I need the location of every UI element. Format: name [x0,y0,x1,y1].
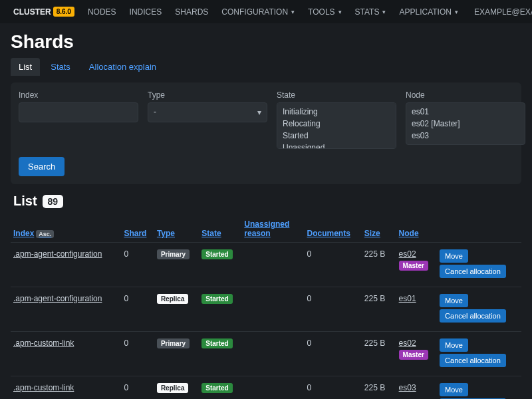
state-started-pill: Started [201,249,232,259]
state-started-pill: Started [201,383,232,393]
state-option[interactable]: Unassigned [277,142,396,149]
col-documents[interactable]: Documents [304,215,361,243]
tabs: List Stats Allocation explain [11,58,521,76]
list-count-badge: 89 [43,195,64,208]
nav-cluster-label: CLUSTER [13,7,51,17]
node-link[interactable]: es02 [399,249,416,259]
shard-cell: 0 [121,243,154,287]
unassigned-cell [241,287,304,332]
cancel-allocation-button[interactable]: Cancel allocation [440,354,506,367]
nav-tools[interactable]: TOOLS▾ [303,5,346,19]
chevron-down-icon: ▾ [382,9,386,15]
filter-type-select[interactable]: - [148,102,267,122]
filter-state-label: State [277,90,396,100]
nav-cluster[interactable]: CLUSTER 8.6.0 [8,4,80,19]
chevron-down-icon: ▾ [291,9,295,15]
state-option[interactable]: Initializing [277,106,396,118]
sort-asc-badge: Asc. [36,230,54,238]
nav-application[interactable]: APPLICATION▾ [394,5,463,19]
node-link[interactable]: es03 [399,383,416,392]
index-link[interactable]: .apm-custom-link [13,338,74,348]
node-option[interactable]: es03 [406,130,525,142]
col-unassigned[interactable]: Unassigned reason [241,215,304,243]
filter-index-input[interactable] [19,102,138,122]
index-link[interactable]: .apm-agent-configuration [13,294,102,303]
node-option[interactable]: es02 [Master] [406,118,525,130]
tab-stats[interactable]: Stats [43,58,78,76]
shards-table: IndexAsc. Shard Type State Unassigned re… [11,215,521,399]
type-replica-pill: Replica [157,294,189,304]
table-row: .apm-custom-link0ReplicaStarted0225 Bes0… [11,376,521,400]
shard-cell: 0 [121,376,154,400]
node-option[interactable]: es01 [406,106,525,118]
search-button[interactable]: Search [19,157,65,176]
documents-cell: 0 [304,287,361,332]
nav-user-menu[interactable]: EXAMPLE@EXAMPLE.COM ▾ [469,5,532,19]
move-button[interactable]: Move [440,249,468,263]
master-pill: Master [399,350,428,360]
page-title: Shards [11,31,521,53]
size-cell: 225 B [362,376,396,400]
table-row: .apm-agent-configuration0PrimaryStarted0… [11,243,521,287]
type-replica-pill: Replica [157,383,189,393]
master-pill: Master [399,261,428,271]
state-option[interactable]: Started [277,130,396,142]
nav-indices[interactable]: INDICES [124,5,168,19]
col-node[interactable]: Node [396,215,437,243]
filter-state-listbox[interactable]: InitializingRelocatingStartedUnassigned [277,102,396,149]
type-primary-pill: Primary [157,249,190,259]
state-started-pill: Started [201,338,232,348]
size-cell: 225 B [362,243,396,287]
state-started-pill: Started [201,294,232,304]
chevron-down-icon: ▾ [455,9,458,15]
cancel-allocation-button[interactable]: Cancel allocation [440,309,506,323]
index-link[interactable]: .apm-agent-configuration [13,249,102,259]
filter-type-label: Type [148,90,267,100]
unassigned-cell [241,332,304,376]
node-link[interactable]: es02 [399,338,416,348]
unassigned-cell [241,376,304,400]
nav-nodes[interactable]: NODES [82,5,122,19]
documents-cell: 0 [304,376,361,400]
shard-cell: 0 [121,332,154,376]
col-type[interactable]: Type [154,215,199,243]
nav-shards[interactable]: SHARDS [170,5,213,19]
move-button[interactable]: Move [440,383,468,396]
table-row: .apm-agent-configuration0ReplicaStarted0… [11,287,521,332]
chevron-down-icon: ▾ [338,9,342,15]
move-button[interactable]: Move [440,338,468,352]
filter-index-label: Index [19,90,138,100]
size-cell: 225 B [362,287,396,332]
col-state[interactable]: State [199,215,241,243]
tab-list[interactable]: List [11,58,40,76]
col-size[interactable]: Size [362,215,396,243]
move-button[interactable]: Move [440,294,468,307]
documents-cell: 0 [304,243,361,287]
size-cell: 225 B [362,332,396,376]
shard-cell: 0 [121,287,154,332]
version-badge: 8.6.0 [53,7,74,17]
state-option[interactable]: Relocating [277,118,396,130]
unassigned-cell [241,243,304,287]
index-link[interactable]: .apm-custom-link [13,383,74,392]
node-link[interactable]: es01 [399,294,416,303]
type-primary-pill: Primary [157,338,190,348]
list-title: List [13,194,37,209]
top-navbar: CLUSTER 8.6.0 NODESINDICESSHARDSCONFIGUR… [0,0,532,23]
col-shard[interactable]: Shard [121,215,154,243]
nav-user-label: EXAMPLE@EXAMPLE.COM [474,7,532,17]
filter-panel: Index Type - State InitializingRelocatin… [11,82,521,184]
table-row: .apm-custom-link0PrimaryStarted0225 Bes0… [11,332,521,376]
filter-node-label: Node [406,90,525,100]
nav-stats[interactable]: STATS▾ [350,5,392,19]
cancel-allocation-button[interactable]: Cancel allocation [440,265,506,278]
nav-configuration[interactable]: CONFIGURATION▾ [216,5,300,19]
tab-allocation-explain[interactable]: Allocation explain [81,58,164,76]
documents-cell: 0 [304,332,361,376]
filter-node-listbox[interactable]: es01es02 [Master]es03 [406,102,525,145]
col-index[interactable]: IndexAsc. [11,215,121,243]
